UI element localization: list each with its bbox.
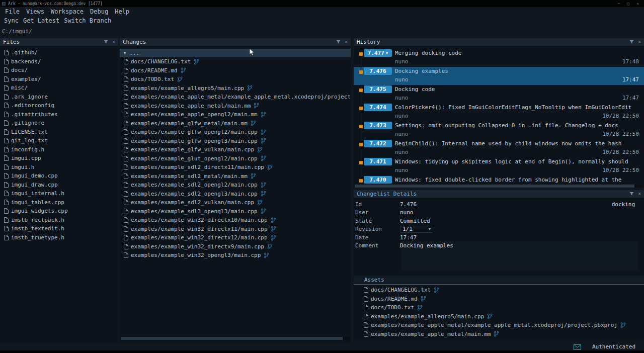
- history-row[interactable]: 7.473Settings: omit outputing Collapsed=…: [354, 121, 644, 139]
- menu-workspace[interactable]: Workspace: [51, 8, 84, 15]
- filter-icon[interactable]: [629, 40, 634, 44]
- file-tree-item[interactable]: .gitignore: [0, 119, 118, 128]
- scrollbar-thumb[interactable]: [355, 185, 634, 188]
- changed-file-row[interactable]: examples/example_apple_metal/example_app…: [120, 93, 351, 102]
- file-tree-item[interactable]: imgui.h: [0, 163, 118, 172]
- changed-file-row[interactable]: examples/example_apple_metal/main.mm: [120, 102, 351, 111]
- history-row[interactable]: 7.472BeginChild(): Internal name used by…: [354, 139, 644, 157]
- revision-badge[interactable]: 7.470: [364, 176, 392, 184]
- changed-file-row[interactable]: examples/example_win32_directx11/main.cp…: [120, 225, 351, 234]
- changed-file-row[interactable]: examples/example_glfw_opengl2/main.cpp: [120, 128, 351, 137]
- asset-row[interactable]: examples/example_apple_metal/example_app…: [354, 321, 644, 330]
- history-row[interactable]: 7.471Windows: tidying up skipitems logic…: [354, 157, 644, 175]
- chevron-down-icon[interactable]: ▼: [386, 51, 388, 55]
- menu-debug[interactable]: Debug: [90, 8, 108, 15]
- toolbar-sync-button[interactable]: Sync: [4, 17, 19, 24]
- history-row[interactable]: 7.475Docking codenuno17:47: [354, 85, 644, 103]
- file-tree-item[interactable]: examples/: [0, 75, 118, 84]
- file-tree-item[interactable]: imstb_truetype.h: [0, 233, 118, 242]
- file-tree-item[interactable]: .editorconfig: [0, 101, 118, 110]
- scrollbar-thumb[interactable]: [121, 337, 343, 340]
- changed-file-row[interactable]: examples/example_sdl3_opengl3/main.cpp: [120, 207, 351, 216]
- changed-file-row[interactable]: examples/example_win32_directx12/main.cp…: [120, 233, 351, 242]
- menu-views[interactable]: Views: [26, 8, 44, 15]
- file-tree-item[interactable]: .github/: [0, 48, 118, 57]
- changed-file-row[interactable]: docs/CHANGELOG.txt: [120, 57, 351, 66]
- minimize-icon[interactable]: —: [618, 2, 620, 6]
- history-row[interactable]: 7.477▼Merging docking codenuno17:48: [354, 49, 644, 67]
- file-tree-item[interactable]: LICENSE.txt: [0, 128, 118, 137]
- asset-row[interactable]: docs/CHANGELOG.txt: [354, 286, 644, 295]
- changed-file-row[interactable]: examples/example_sdl2_opengl3/main.cpp: [120, 190, 351, 199]
- file-tree-item[interactable]: imgui_draw.cpp: [0, 181, 118, 190]
- revision-badge[interactable]: 7.473: [364, 122, 392, 129]
- history-row[interactable]: 7.474ColorPicker4(): Fixed ImGuiColorEdi…: [354, 103, 644, 121]
- changes-root-row[interactable]: ▼ ...: [120, 49, 351, 57]
- history-row[interactable]: 7.476Docking examplesnuno17:47: [354, 67, 644, 85]
- menu-help[interactable]: Help: [115, 8, 129, 15]
- changed-file-row[interactable]: examples/example_sdl2_directx11/main.cpp: [120, 163, 351, 172]
- toolbar-get-latest-button[interactable]: Get Latest: [23, 17, 59, 24]
- changed-file-row[interactable]: examples/example_glfw_vulkan/main.cpp: [120, 145, 351, 154]
- changed-file-row[interactable]: examples/example_win32_opengl3/main.cpp: [120, 251, 351, 260]
- changed-file-row[interactable]: examples/example_glut_opengl2/main.cpp: [120, 154, 351, 163]
- revision-selector[interactable]: 1/1▼: [400, 226, 433, 233]
- filter-icon[interactable]: [104, 40, 108, 44]
- file-name: imstb_truetype.h: [11, 234, 64, 241]
- revision-badge[interactable]: 7.471: [364, 158, 392, 165]
- file-tree-item[interactable]: misc/: [0, 83, 118, 93]
- file-tree-item[interactable]: imgui.cpp: [0, 154, 118, 163]
- changed-file-row[interactable]: examples/example_sdl2_vulkan/main.cpp: [120, 198, 351, 207]
- horizontal-scrollbar[interactable]: [121, 337, 350, 340]
- toolbar-switch-branch-button[interactable]: Switch Branch: [64, 17, 111, 24]
- changed-file-row[interactable]: examples/example_apple_opengl2/main.mm: [120, 110, 351, 119]
- filter-icon[interactable]: [629, 192, 634, 196]
- changed-file-row[interactable]: examples/example_sdl2_metal/main.mm: [120, 172, 351, 181]
- file-tree-item[interactable]: git_log.txt: [0, 136, 118, 145]
- asset-row[interactable]: docs/TODO.txt: [354, 303, 644, 312]
- changed-file-row[interactable]: docs/TODO.txt: [120, 75, 351, 84]
- close-panel-icon[interactable]: ✕: [638, 192, 641, 196]
- close-panel-icon[interactable]: ✕: [345, 40, 348, 44]
- revision-badge[interactable]: 7.472: [364, 140, 392, 147]
- revision-badge[interactable]: 7.477▼: [364, 49, 392, 57]
- file-tree-item[interactable]: .ark_ignore: [0, 93, 118, 102]
- changed-file-row[interactable]: examples/example_win32_directx9/main.cpp: [120, 242, 351, 251]
- file-name: imgui_internal.h: [11, 190, 64, 197]
- close-window-icon[interactable]: ✕: [636, 2, 639, 6]
- revision-badge[interactable]: 7.476: [364, 67, 392, 75]
- file-tree-item[interactable]: imgui_demo.cpp: [0, 171, 118, 181]
- file-tree-item[interactable]: backends/: [0, 57, 118, 66]
- revision-badge[interactable]: 7.474: [364, 104, 392, 111]
- filter-icon[interactable]: [336, 40, 341, 44]
- asset-row[interactable]: examples/example_allegro5/main.cpp: [354, 312, 644, 321]
- history-row[interactable]: 7.470Windows: fixed double-clicked borde…: [354, 175, 644, 184]
- file-tree-item[interactable]: imstb_textedit.h: [0, 224, 118, 233]
- horizontal-scrollbar[interactable]: [355, 185, 643, 188]
- changed-file-row[interactable]: docs/README.md: [120, 66, 351, 75]
- revision-number: 7.471: [369, 158, 386, 165]
- file-icon: [4, 217, 9, 223]
- file-tree-item[interactable]: imgui_widgets.cpp: [0, 207, 118, 216]
- changed-file-row[interactable]: examples/example_allegro5/main.cpp: [120, 84, 351, 93]
- file-tree-item[interactable]: imstb_rectpack.h: [0, 216, 118, 225]
- file-tree-item[interactable]: docs/: [0, 66, 118, 75]
- file-tree-item[interactable]: imgui_tables.cpp: [0, 198, 118, 207]
- asset-row[interactable]: docs/README.md: [354, 295, 644, 304]
- changed-file-row[interactable]: examples/example_sdl2_opengl2/main.cpp: [120, 181, 351, 190]
- changed-file-row[interactable]: examples/example_glfw_metal/main.mm: [120, 119, 351, 128]
- file-tree-item[interactable]: imconfig.h: [0, 145, 118, 154]
- file-tree-item[interactable]: .gitattributes: [0, 110, 118, 119]
- menu-file[interactable]: File: [5, 8, 20, 15]
- file-name: git_log.txt: [11, 137, 48, 144]
- close-panel-icon[interactable]: ✕: [113, 40, 115, 44]
- maximize-icon[interactable]: ▢: [627, 2, 629, 6]
- close-panel-icon[interactable]: ✕: [638, 40, 641, 44]
- asset-row[interactable]: examples/example_apple_metal/main.mm: [354, 330, 644, 338]
- changed-file-row[interactable]: examples/example_win32_directx10/main.cp…: [120, 216, 351, 225]
- file-tree-item[interactable]: imgui_internal.h: [0, 189, 118, 198]
- changed-file-row[interactable]: examples/example_glfw_opengl3/main.cpp: [120, 137, 351, 146]
- branch-icon: [254, 103, 259, 109]
- expander-icon[interactable]: ▼: [124, 51, 126, 55]
- revision-badge[interactable]: 7.475: [364, 85, 392, 93]
